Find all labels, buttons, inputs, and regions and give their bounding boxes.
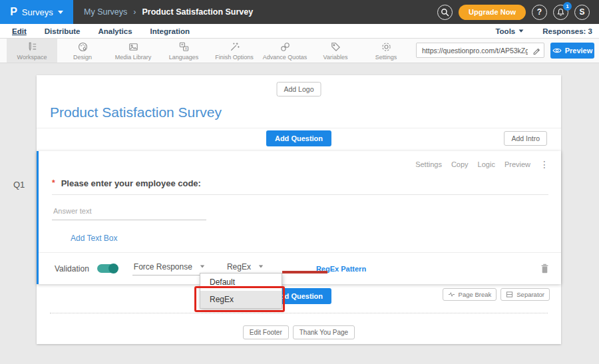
question-settings-link[interactable]: Settings (415, 160, 442, 168)
top-bar-actions: Upgrade Now ? 1 S (437, 5, 599, 20)
dropdown-option-default[interactable]: Default (200, 273, 282, 291)
toolbar-item-advance-quotas[interactable]: Advance Quotas (260, 39, 310, 63)
pencil-icon (532, 47, 540, 55)
tools-label: Tools (495, 27, 515, 35)
tab-analytics[interactable]: Analytics (98, 27, 132, 35)
avatar-initial: S (579, 7, 584, 17)
page-break-label: Page Break (459, 291, 492, 298)
tab-distribute[interactable]: Distribute (45, 27, 81, 35)
questionpro-logo-icon: P (10, 7, 17, 17)
toolbar-item-label: Settings (375, 54, 397, 61)
toolbar-item-label: Finish Options (215, 54, 254, 61)
search-icon (441, 8, 449, 17)
settings-icon (380, 41, 393, 53)
questionpro-survey-editor: P Surveys My Surveys › Product Satisfact… (0, 0, 599, 364)
force-response-label: Force Response (134, 262, 192, 272)
notifications-button[interactable]: 1 (553, 5, 568, 20)
breadcrumb-my-surveys[interactable]: My Surveys (84, 7, 127, 17)
toolbar-item-finish-options[interactable]: Finish Options (209, 39, 260, 63)
question-block-q1: Settings Copy Logic Preview * Please ent… (37, 151, 561, 284)
advance-quotas-icon (279, 41, 292, 53)
toolbar-item-settings[interactable]: Settings (361, 39, 411, 63)
toolbar-item-variables[interactable]: Variables (310, 39, 361, 63)
edit-footer-button[interactable]: Edit Footer (243, 325, 289, 339)
question-text-underline (52, 194, 548, 195)
chevron-down-icon (259, 266, 263, 268)
toolbar-item-design[interactable]: Design (57, 39, 108, 63)
survey-url-input[interactable] (417, 47, 529, 55)
toolbar-item-label: Variables (323, 54, 348, 61)
insert-buttons: Page Break Separator (443, 288, 550, 301)
search-button[interactable] (437, 5, 453, 20)
add-text-box-link[interactable]: Add Text Box (71, 234, 118, 243)
responses-count[interactable]: Responses: 3 (542, 27, 592, 35)
nav-right: Tools Responses: 3 (495, 27, 599, 35)
notification-badge: 1 (563, 2, 572, 11)
toolbar-item-label: Languages (169, 54, 199, 61)
kebab-menu-icon[interactable] (540, 160, 549, 169)
thank-you-page-button[interactable]: Thank You Page (293, 325, 355, 339)
validation-toggle[interactable] (97, 264, 118, 273)
help-button[interactable]: ? (532, 5, 547, 20)
chevron-down-icon (200, 266, 204, 268)
separator-label: Separator (516, 291, 544, 298)
edit-url-button[interactable] (529, 47, 544, 55)
surveys-menu[interactable]: P Surveys (0, 0, 73, 24)
question-text[interactable]: Please enter your employee code: (61, 178, 201, 188)
finish-options-icon (228, 41, 241, 53)
surveys-menu-label: Surveys (22, 7, 53, 17)
regex-dropdown-menu: Default RegEx (200, 273, 282, 309)
design-icon (77, 41, 89, 53)
dropdown-option-regex[interactable]: RegEx (200, 291, 282, 308)
separator-button[interactable]: Separator (500, 288, 550, 301)
toolbar-item-label: Design (73, 54, 92, 61)
breadcrumb: My Surveys › Product Satisfaction Survey (84, 7, 253, 17)
question-actions: Settings Copy Logic Preview (415, 160, 549, 169)
page-break-button[interactable]: Page Break (443, 288, 497, 301)
tab-edit[interactable]: Edit (12, 27, 27, 35)
delete-question-button[interactable] (540, 264, 549, 273)
regex-pattern-link[interactable]: RegEx Pattern (316, 265, 366, 273)
user-avatar[interactable]: S (574, 5, 590, 20)
add-question-button-top[interactable]: Add Question (266, 130, 331, 146)
add-intro-button[interactable]: Add Intro (504, 131, 547, 146)
breadcrumb-current-survey: Product Satisfaction Survey (142, 7, 253, 17)
upgrade-now-button[interactable]: Upgrade Now (459, 5, 526, 20)
question-logic-link[interactable]: Logic (478, 160, 495, 168)
survey-nav: Edit Distribute Analytics Integration To… (0, 24, 599, 39)
toolbar-item-workspace[interactable]: Workspace (7, 39, 57, 63)
toolbar-item-label: Workspace (17, 54, 47, 61)
tab-integration[interactable]: Integration (150, 27, 190, 35)
toolbar-item-label: Media Library (115, 54, 152, 61)
variables-icon (329, 41, 342, 53)
question-preview-link[interactable]: Preview (504, 160, 530, 168)
tools-menu[interactable]: Tools (495, 27, 524, 35)
question-text-row: * Please enter your employee code: (52, 178, 201, 188)
preview-button[interactable]: Preview (550, 43, 594, 59)
question-copy-link[interactable]: Copy (451, 160, 469, 168)
survey-footer-buttons: Edit Footer Thank You Page (37, 325, 561, 339)
toolbar-item-media-library[interactable]: Media Library (108, 39, 158, 63)
separator-icon (506, 291, 513, 298)
survey-title[interactable]: Product Satisfaction Survey (50, 104, 222, 120)
answer-text-input[interactable] (52, 206, 206, 220)
question-number-label: Q1 (13, 180, 25, 190)
toolbar-item-languages[interactable]: A Languages (158, 39, 209, 63)
survey-nav-tabs: Edit Distribute Analytics Integration (0, 27, 190, 35)
force-response-dropdown[interactable]: Force Response (132, 262, 208, 275)
workspace-icon (26, 41, 39, 53)
validation-row: Validation Force Response RegEx RegEx Pa… (39, 252, 561, 284)
page-break-icon (448, 291, 455, 298)
dotted-divider (50, 313, 548, 313)
chevron-down-icon (58, 11, 63, 14)
media-library-icon (127, 41, 140, 53)
required-marker: * (52, 178, 55, 188)
top-bar: P Surveys My Surveys › Product Satisfact… (0, 0, 599, 24)
languages-icon: A (178, 41, 190, 53)
survey-url-box (416, 43, 544, 58)
add-logo-button[interactable]: Add Logo (277, 82, 321, 96)
svg-text:A: A (184, 47, 187, 51)
help-icon: ? (537, 7, 542, 17)
toggle-knob (108, 264, 118, 273)
eye-icon (552, 47, 562, 54)
